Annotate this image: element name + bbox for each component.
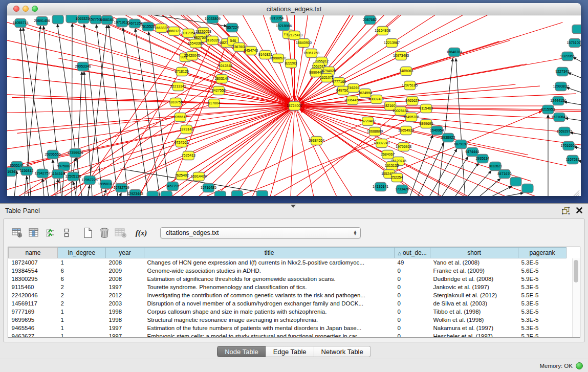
function-builder-button[interactable]: f(x) [135,226,148,239]
table-cell[interactable]: 1 [58,332,106,338]
table-cell[interactable]: 0 [395,267,430,275]
table-cell[interactable]: 0 [395,291,430,299]
table-settings-button[interactable] [11,226,24,239]
table-row[interactable]: 911546021997Tourette syndrome. Phenomeno… [9,283,567,291]
resize-grip-icon[interactable] [574,190,579,196]
table-cell[interactable]: 49 [395,258,430,267]
table-cell[interactable]: 9777169 [9,308,58,316]
table-cell[interactable]: 19384554 [9,267,58,275]
graph-node[interactable] [231,191,243,196]
table-cell[interactable]: 5.3E-5 [518,316,567,324]
table-cell[interactable]: 1 [58,258,106,267]
zoom-window-button[interactable] [32,6,38,12]
table-cell[interactable]: Embryonic stem cells: a model to study s… [144,332,395,338]
select-columns-button[interactable] [43,226,57,239]
table-cell[interactable]: 2008 [106,258,144,267]
table-row[interactable]: 977716911998Corpus callosum shape and si… [9,308,567,316]
table-cell[interactable]: Stergiakouli et al. (2012) [430,291,518,299]
table-row[interactable]: 1872400712008Changes of HCN gene express… [9,258,567,267]
table-cell[interactable]: Dudbridge et al. (2008) [430,275,518,283]
table-cell[interactable]: 9115460 [9,283,58,291]
table-cell[interactable]: Wolkin et al. (1998) [430,316,518,324]
table-scrollbar[interactable] [572,258,580,337]
graph-node[interactable] [256,191,268,196]
table-cell[interactable]: 0 [395,316,430,324]
table-cell[interactable]: 0 [395,283,430,291]
table-cell[interactable]: 0 [395,308,430,316]
table-cell[interactable]: 6 [58,267,106,275]
column-header-in_degree[interactable]: in_degree [58,248,106,258]
table-cell[interactable]: 1997 [106,332,144,338]
table-cell[interactable]: 2008 [106,275,144,283]
table-cell[interactable]: Structural magnetic resonance image aver… [144,316,395,324]
table-cell[interactable]: Corpus callosum shape and size in male p… [144,308,395,316]
graph-node[interactable] [572,25,581,34]
table-cell[interactable]: 18724007 [9,258,58,267]
table-cell[interactable]: Disruption of a novel member of a sodium… [144,299,395,308]
column-header-name[interactable]: name [9,248,58,258]
table-cell[interactable]: 1997 [106,283,144,291]
column-header-out_de[interactable]: △out_de... [395,248,430,258]
delete-column-button[interactable] [114,226,127,239]
table-cell[interactable]: 22420046 [9,291,58,299]
table-cell[interactable]: 0 [395,299,430,308]
table-cell[interactable]: 2 [58,299,106,308]
tab-network-table[interactable]: Network Table [314,346,371,357]
table-cell[interactable]: Estimation of significance thresholds fo… [144,275,395,283]
table-cell[interactable]: Yano et al. (2008) [430,258,518,267]
table-cell[interactable]: de Silva et al. (2003) [430,299,518,308]
tab-edge-table[interactable]: Edge Table [266,346,314,357]
table-cell[interactable]: 1 [58,308,106,316]
table-cell[interactable]: 5.5E-5 [518,291,567,299]
table-cell[interactable]: 6 [58,275,106,283]
table-cell[interactable]: Investigating the contribution of common… [144,291,395,299]
table-cell[interactable]: 5.3E-5 [518,332,567,338]
table-cell[interactable]: 5.3E-5 [518,283,567,291]
table-cell[interactable]: Changes of HCN gene expression and I(f) … [144,258,395,267]
delete-table-button[interactable] [98,226,111,239]
table-cell[interactable]: 1 [58,316,106,324]
table-cell[interactable]: Hescheler et al. (1997) [430,332,518,338]
table-cell[interactable]: 0 [395,324,430,332]
table-cell[interactable]: 1998 [106,316,144,324]
network-canvas[interactable]: 8660123891295418226058982750316543382818… [7,15,581,196]
table-row[interactable]: 969969511998Structural magnetic resonanc… [9,316,567,324]
table-row[interactable]: 946554611997Estimation of the future num… [9,324,567,332]
table-cell[interactable]: 5.3E-5 [518,258,567,267]
table-row[interactable]: 946362711997Embryonic stem cells: a mode… [9,332,567,338]
table-cell[interactable]: 0 [395,275,430,283]
table-scrollbar-thumb[interactable] [574,260,578,282]
graph-node[interactable] [522,184,533,193]
table-cell[interactable]: 9465546 [9,324,58,332]
table-cell[interactable]: 1 [58,324,106,332]
table-cell[interactable]: 18300295 [9,275,58,283]
row-tools-button[interactable] [60,226,73,239]
table-cell[interactable]: Genome-wide association studies in ADHD. [144,267,395,275]
table-row[interactable]: 1830029562008Estimation of significance … [9,275,567,283]
table-cell[interactable]: 2 [58,291,106,299]
table-cell[interactable]: 5.3E-5 [518,324,567,332]
table-cell[interactable]: 5.9E-5 [518,275,567,283]
network-window-titlebar[interactable]: citations_edges.txt [7,3,581,15]
splitter-handle-icon[interactable] [291,205,296,208]
table-cell[interactable]: Estimation of the future numbers of pati… [144,324,395,332]
table-row[interactable]: 2242004622012Investigating the contribut… [9,291,567,299]
table-cell[interactable]: Tourette syndrome. Phenomenology and cla… [144,283,395,291]
table-cell[interactable]: 5.6E-5 [518,267,567,275]
graph-node[interactable] [52,15,63,24]
column-header-pagerank[interactable]: pagerank [518,248,567,258]
table-cell[interactable]: Nakamura et al. (1997) [430,324,518,332]
table-cell[interactable]: Tibbo et al. (1998) [430,308,518,316]
graph-node[interactable] [214,191,226,196]
table-cell[interactable]: 1997 [106,324,144,332]
float-window-icon[interactable] [562,207,570,214]
table-cell[interactable]: 5.3E-5 [518,299,567,308]
table-cell[interactable]: 2003 [106,299,144,308]
column-header-year[interactable]: year [106,248,144,258]
graph-node[interactable] [161,191,172,196]
minimize-window-button[interactable] [23,6,29,12]
table-cell[interactable]: 9463627 [9,332,58,338]
close-panel-icon[interactable] [576,207,583,214]
table-chooser-dropdown[interactable]: citations_edges.txt ▲▼ [160,227,361,238]
table-cell[interactable]: 2009 [106,267,144,275]
